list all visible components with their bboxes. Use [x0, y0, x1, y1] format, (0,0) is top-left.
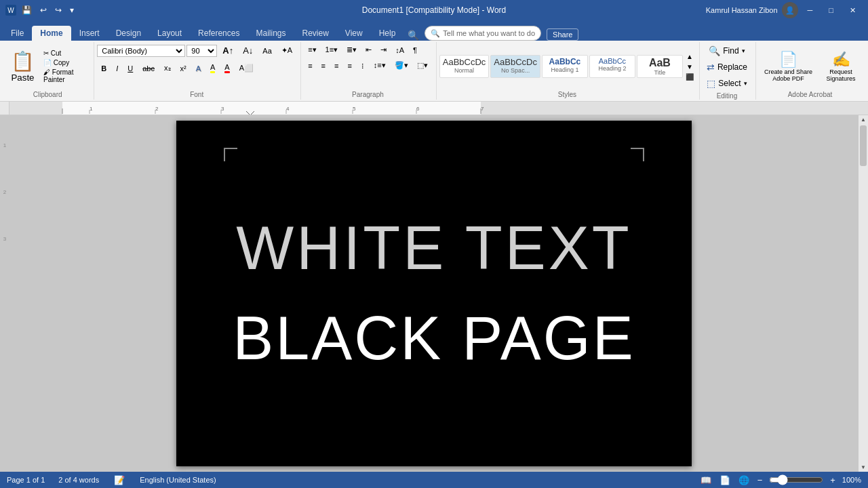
zoom-in-button[interactable]: + — [829, 474, 837, 487]
document-page[interactable]: WHITE TEXT BLACK PAGE — [176, 121, 692, 466]
clear-formatting-button[interactable]: ✦A — [277, 44, 296, 57]
minimize-button[interactable]: ─ — [801, 3, 820, 17]
styles-list: AaBbCcDc Normal AaBbCcDc No Spac... AaBb… — [439, 55, 683, 78]
titlebar-right: Kamrul Hassan Zibon 👤 ─ □ ✕ — [706, 2, 863, 18]
print-view-button[interactable]: 📄 — [718, 474, 732, 487]
line-spacing-button[interactable]: ↕≡▾ — [370, 59, 390, 72]
style-heading1[interactable]: AaBbCc Heading 1 — [542, 55, 588, 78]
replace-button[interactable]: ⇄ Replace — [703, 60, 751, 75]
italic-button[interactable]: I — [112, 62, 122, 75]
tab-references[interactable]: References — [190, 26, 248, 41]
borders-button[interactable]: ⬚▾ — [413, 59, 432, 72]
scroll-thumb[interactable] — [860, 125, 867, 166]
find-label: Find — [723, 46, 738, 56]
redo-button[interactable]: ↪ — [52, 4, 64, 16]
multilevel-button[interactable]: ≣▾ — [342, 43, 361, 56]
decrease-font-button[interactable]: A↓ — [239, 43, 257, 58]
close-button[interactable]: ✕ — [843, 3, 863, 18]
tab-layout[interactable]: Layout — [149, 26, 190, 41]
font-border-button[interactable]: A⬜ — [235, 62, 258, 75]
decrease-indent-button[interactable]: ⇤ — [361, 43, 376, 56]
style-title[interactable]: AaB Title — [637, 55, 683, 78]
change-case-button[interactable]: Aa — [258, 45, 275, 57]
format-painter-button[interactable]: 🖌 Format Painter — [41, 68, 90, 84]
web-view-button[interactable]: 🌐 — [737, 474, 751, 487]
find-button[interactable]: 🔍 Find ▾ — [705, 43, 749, 58]
align-center-button[interactable]: ≡ — [317, 60, 330, 72]
word-count: 2 of 4 words — [58, 476, 99, 484]
vertical-scrollbar[interactable]: ▲ ▼ — [859, 115, 868, 472]
customize-qa-button[interactable]: ▾ — [67, 4, 77, 16]
tell-me-input[interactable]: 🔍 Tell me what you want to do — [425, 26, 541, 41]
increase-indent-button[interactable]: ⇥ — [376, 43, 391, 56]
select-icon: ⬚ — [707, 78, 715, 89]
font-content: Calibri (Body) 90 A↑ A↓ Aa ✦A B I U abc … — [97, 43, 296, 89]
cut-button[interactable]: ✂ Cut — [41, 49, 90, 58]
underline-button[interactable]: U — [123, 62, 137, 75]
titlebar-left: W 💾 ↩ ↪ ▾ — [5, 4, 77, 16]
save-button[interactable]: 💾 — [19, 4, 35, 16]
undo-button[interactable]: ↩ — [37, 4, 50, 16]
tell-me-placeholder: Tell me what you want to do — [443, 29, 535, 37]
paste-button[interactable]: 📋 Paste — [5, 47, 40, 85]
justify-button[interactable]: ≡ — [343, 60, 355, 72]
font-size-select[interactable]: 90 — [186, 45, 217, 57]
user-area: Kamrul Hassan Zibon 👤 — [706, 2, 798, 18]
sort-button[interactable]: ↕A — [391, 44, 408, 56]
shading-button[interactable]: 🪣▾ — [391, 59, 412, 72]
style-normal[interactable]: AaBbCcDc Normal — [439, 55, 490, 78]
tab-home[interactable]: Home — [32, 26, 71, 41]
show-marks-button[interactable]: ¶ — [409, 44, 421, 56]
tab-file[interactable]: File — [3, 26, 32, 41]
style-no-space[interactable]: AaBbCcDc No Spac... — [490, 55, 540, 78]
clipboard-group: 📋 Paste ✂ Cut 📄 Copy 🖌 Format Painter Cl… — [3, 42, 94, 100]
request-sig-label: RequestSignatures — [826, 68, 855, 82]
superscript-button[interactable]: x² — [176, 62, 191, 75]
adobe-buttons: 📄 Create and ShareAdobe PDF ✍ RequestSig… — [759, 48, 861, 85]
tab-design[interactable]: Design — [108, 26, 149, 41]
clipboard-content: 📋 Paste ✂ Cut 📄 Copy 🖌 Format Painter — [5, 43, 90, 89]
style-heading1-name: Heading 1 — [545, 66, 585, 73]
zoom-slider[interactable] — [769, 474, 823, 485]
styles-down-button[interactable]: ▼ — [684, 62, 695, 71]
tab-help[interactable]: Help — [371, 26, 404, 41]
text-effect-button[interactable]: A — [192, 62, 205, 75]
tab-view[interactable]: View — [337, 26, 371, 41]
scroll-down-arrow[interactable]: ▼ — [859, 463, 867, 472]
document-text-line1[interactable]: WHITE TEXT — [236, 214, 631, 283]
zoom-out-button[interactable]: − — [756, 474, 764, 487]
bullets-button[interactable]: ≡▾ — [304, 43, 320, 56]
strikethrough-button[interactable]: abc — [138, 62, 159, 75]
font-name-select[interactable]: Calibri (Body) — [97, 45, 185, 57]
subscript-button[interactable]: x₂ — [160, 62, 175, 75]
read-view-button[interactable]: 📖 — [699, 474, 713, 487]
svg-rect-1 — [9, 102, 62, 115]
increase-font-button[interactable]: A↑ — [218, 43, 237, 58]
font-color-button[interactable]: A — [220, 61, 233, 75]
align-left-button[interactable]: ≡ — [304, 60, 316, 72]
document-text-line2[interactable]: BLACK PAGE — [233, 304, 635, 373]
create-share-pdf-button[interactable]: 📄 Create and ShareAdobe PDF — [759, 48, 818, 85]
search-tab-icon[interactable]: 🔍 — [403, 30, 423, 41]
numbering-button[interactable]: 1≡▾ — [321, 43, 342, 56]
request-signatures-button[interactable]: ✍ RequestSignatures — [821, 48, 861, 85]
copy-button[interactable]: 📄 Copy — [41, 58, 90, 67]
tab-insert[interactable]: Insert — [71, 26, 108, 41]
style-heading2[interactable]: AaBbCc Heading 2 — [589, 55, 635, 78]
tab-review[interactable]: Review — [294, 26, 336, 41]
share-button[interactable]: Share — [547, 28, 578, 41]
style-no-space-preview: AaBbCcDc — [494, 57, 537, 67]
maximize-button[interactable]: □ — [822, 3, 840, 17]
svg-text:7: 7 — [481, 106, 484, 112]
scroll-area[interactable]: WHITE TEXT BLACK PAGE — [9, 115, 859, 472]
align-right-button[interactable]: ≡ — [330, 60, 342, 72]
styles-expand-button[interactable]: ⬛ — [684, 73, 695, 81]
columns-button[interactable]: ⫶ — [357, 60, 369, 72]
highlight-button[interactable]: A — [206, 61, 219, 75]
bold-button[interactable]: B — [97, 62, 111, 75]
scroll-up-arrow[interactable]: ▲ — [859, 115, 867, 124]
tab-mailings[interactable]: Mailings — [248, 26, 294, 41]
styles-up-button[interactable]: ▲ — [684, 52, 695, 61]
proofing-button[interactable]: 📝 — [113, 474, 126, 487]
select-button[interactable]: ⬚ Select ▾ — [703, 76, 751, 91]
